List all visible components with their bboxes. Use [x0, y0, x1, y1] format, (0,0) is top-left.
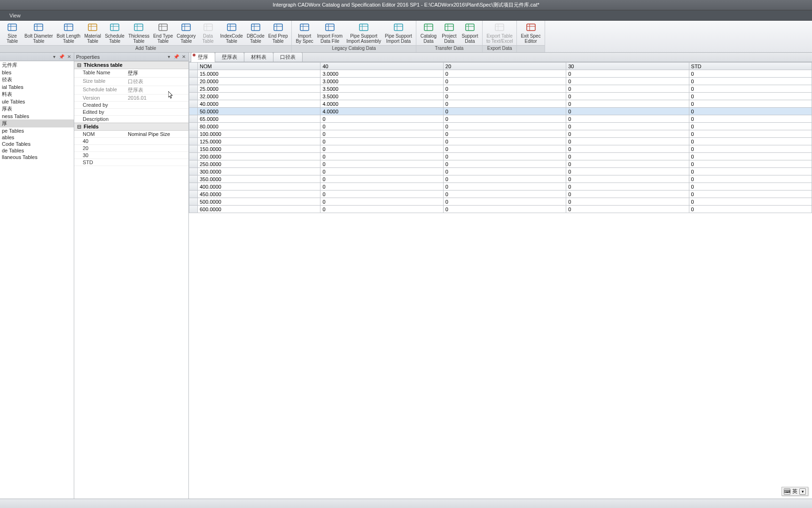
- cell[interactable]: 80.0000: [198, 123, 320, 130]
- cell[interactable]: 0: [320, 130, 443, 138]
- tree-item[interactable]: 厚表: [0, 105, 74, 113]
- row-header[interactable]: [189, 153, 198, 160]
- cell[interactable]: 350.0000: [198, 175, 320, 183]
- import-data-button[interactable]: Pipe SupportImport Data: [383, 22, 414, 45]
- cell[interactable]: 0: [689, 78, 812, 85]
- cell[interactable]: 0: [689, 100, 812, 108]
- property-row[interactable]: STD: [74, 159, 188, 166]
- cell[interactable]: 600.0000: [198, 206, 320, 213]
- column-header[interactable]: NOM: [198, 63, 320, 70]
- cell[interactable]: 0: [566, 175, 689, 183]
- cell[interactable]: 0: [566, 198, 689, 206]
- cell[interactable]: 300.0000: [198, 168, 320, 175]
- size-table-button[interactable]: SizeTable: [2, 22, 23, 45]
- property-value[interactable]: [126, 102, 188, 108]
- column-header[interactable]: STD: [689, 63, 812, 70]
- row-header[interactable]: [189, 130, 198, 138]
- tab-壁厚[interactable]: 壁厚: [191, 52, 215, 62]
- cell[interactable]: 0: [689, 198, 812, 206]
- tree-item[interactable]: ial Tables: [0, 84, 74, 90]
- close-icon[interactable]: ✕: [66, 54, 72, 60]
- cell[interactable]: 0: [320, 175, 443, 183]
- property-row[interactable]: Schedule table壁厚表: [74, 86, 188, 95]
- property-value[interactable]: [126, 116, 188, 122]
- table-row[interactable]: 65.00000000: [189, 115, 812, 123]
- cell[interactable]: 3.5000: [320, 93, 443, 100]
- property-value[interactable]: Nominal Pipe Size: [126, 131, 188, 137]
- cell[interactable]: 0: [566, 108, 689, 115]
- table-row[interactable]: 250.00000000: [189, 160, 812, 168]
- cell[interactable]: 0: [689, 175, 812, 183]
- cell[interactable]: 0: [566, 70, 689, 78]
- cell[interactable]: 0: [566, 183, 689, 190]
- column-header[interactable]: 30: [566, 63, 689, 70]
- cell[interactable]: 3.5000: [320, 85, 443, 93]
- cell[interactable]: 0: [320, 138, 443, 145]
- project-data-button[interactable]: ProjectData: [439, 22, 460, 45]
- property-value[interactable]: [126, 145, 188, 151]
- row-header[interactable]: [189, 115, 198, 123]
- ime-lang[interactable]: 英: [792, 488, 797, 495]
- cell[interactable]: 0: [443, 153, 566, 160]
- property-row[interactable]: 30: [74, 152, 188, 159]
- tab-壁厚表[interactable]: 壁厚表: [215, 52, 244, 62]
- cell[interactable]: 25.0000: [198, 85, 320, 93]
- cell[interactable]: 0: [689, 123, 812, 130]
- cell[interactable]: 32.0000: [198, 93, 320, 100]
- row-header[interactable]: [189, 160, 198, 168]
- cell[interactable]: 0: [689, 168, 812, 175]
- cell[interactable]: 0: [320, 123, 443, 130]
- tree-item[interactable]: bles: [0, 69, 74, 76]
- cell[interactable]: 0: [443, 160, 566, 168]
- cell[interactable]: 0: [689, 115, 812, 123]
- cell[interactable]: 0: [443, 93, 566, 100]
- cell[interactable]: 0: [443, 206, 566, 213]
- property-value[interactable]: [126, 152, 188, 159]
- table-row[interactable]: 100.00000000: [189, 130, 812, 138]
- table-row[interactable]: 400.00000000: [189, 183, 812, 190]
- dbcode-table-button[interactable]: DBCodeTable: [245, 22, 266, 45]
- property-row[interactable]: Version2016.01: [74, 95, 188, 102]
- cell[interactable]: 0: [689, 145, 812, 153]
- table-row[interactable]: 32.00003.5000000: [189, 93, 812, 100]
- property-value[interactable]: 壁厚: [126, 69, 188, 77]
- cell[interactable]: 0: [443, 100, 566, 108]
- ime-indicator[interactable]: ⌨ 英 ▾: [781, 487, 808, 496]
- cell[interactable]: 15.0000: [198, 70, 320, 78]
- cell[interactable]: 400.0000: [198, 183, 320, 190]
- row-header[interactable]: [189, 108, 198, 115]
- cell[interactable]: 200.0000: [198, 153, 320, 160]
- pin-icon[interactable]: 📌: [59, 54, 64, 60]
- bolt-diameter-table-button[interactable]: Bolt DiameterTable: [23, 22, 55, 45]
- cell[interactable]: 0: [320, 115, 443, 123]
- row-header[interactable]: [189, 190, 198, 198]
- import-data-file-button[interactable]: Import FromData File: [315, 22, 344, 45]
- pin-icon[interactable]: 📌: [173, 54, 179, 60]
- import-assembly-button[interactable]: Pipe SupportImport Assembly: [344, 22, 383, 45]
- cell[interactable]: 0: [566, 190, 689, 198]
- cell[interactable]: 125.0000: [198, 138, 320, 145]
- property-row[interactable]: Table Name壁厚: [74, 69, 188, 78]
- table-row[interactable]: 200.00000000: [189, 153, 812, 160]
- cell[interactable]: 0: [689, 153, 812, 160]
- cell[interactable]: 0: [320, 145, 443, 153]
- property-row[interactable]: Description: [74, 116, 188, 123]
- tree-item[interactable]: 厚: [0, 119, 74, 127]
- table-row[interactable]: 600.00000000: [189, 206, 812, 213]
- cell[interactable]: 0: [320, 198, 443, 206]
- column-header[interactable]: 40: [320, 63, 443, 70]
- cell[interactable]: 0: [443, 145, 566, 153]
- cell[interactable]: 0: [320, 160, 443, 168]
- tree-item[interactable]: ule Tables: [0, 98, 74, 105]
- indexcode-table-button[interactable]: IndexCodeTable: [219, 22, 245, 45]
- cell[interactable]: 0: [566, 145, 689, 153]
- row-header[interactable]: [189, 145, 198, 153]
- tree-item[interactable]: 元件库: [0, 61, 74, 69]
- cell[interactable]: 0: [566, 160, 689, 168]
- material-table-button[interactable]: MaterialTable: [82, 22, 103, 45]
- end-prep-table-button[interactable]: End PrepTable: [266, 22, 290, 45]
- cell[interactable]: 50.0000: [198, 108, 320, 115]
- row-header[interactable]: [189, 78, 198, 85]
- dropdown-icon[interactable]: ▾: [51, 54, 57, 60]
- cell[interactable]: 0: [566, 78, 689, 85]
